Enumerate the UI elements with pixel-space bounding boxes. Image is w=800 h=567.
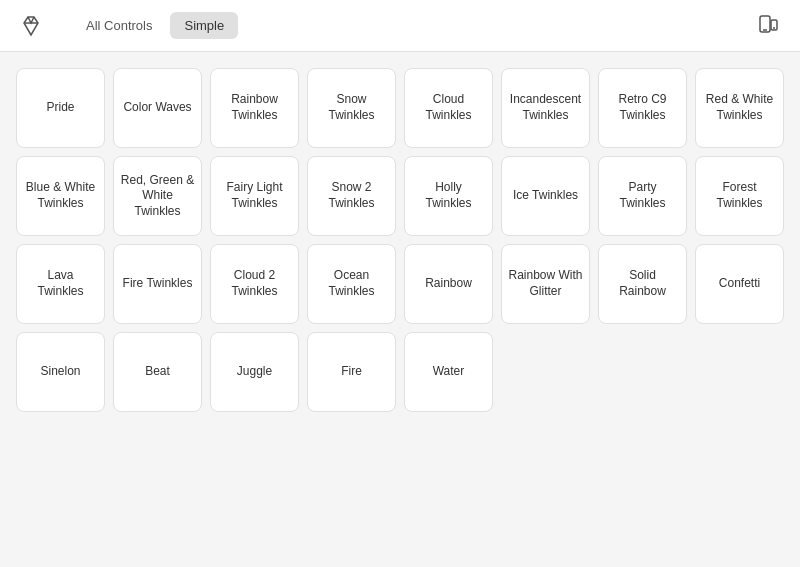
effect-item-0-5[interactable]: Incandescent Twinkles (501, 68, 590, 148)
effect-item-3-3[interactable]: Fire (307, 332, 396, 412)
nav-tab-0[interactable]: All Controls (72, 12, 166, 39)
effect-item-2-0[interactable]: Lava Twinkles (16, 244, 105, 324)
nav-tab-1[interactable]: Simple (170, 12, 238, 39)
effect-item-2-2[interactable]: Cloud 2 Twinkles (210, 244, 299, 324)
effect-item-3-4[interactable]: Water (404, 332, 493, 412)
effect-item-2-4[interactable]: Rainbow (404, 244, 493, 324)
effect-item-1-6[interactable]: Party Twinkles (598, 156, 687, 236)
effect-item-0-7[interactable]: Red & White Twinkles (695, 68, 784, 148)
effect-item-2-5[interactable]: Rainbow With Glitter (501, 244, 590, 324)
effect-item-0-2[interactable]: Rainbow Twinkles (210, 68, 299, 148)
effect-item-3-1[interactable]: Beat (113, 332, 202, 412)
effect-item-1-2[interactable]: Fairy Light Twinkles (210, 156, 299, 236)
header-right (752, 10, 784, 42)
app-logo (16, 11, 46, 41)
effect-item-0-0[interactable]: Pride (16, 68, 105, 148)
effect-item-3-0[interactable]: Sinelon (16, 332, 105, 412)
nav-tabs: All ControlsSimple (72, 12, 238, 39)
effect-item-1-1[interactable]: Red, Green & White Twinkles (113, 156, 202, 236)
effect-item-1-4[interactable]: Holly Twinkles (404, 156, 493, 236)
effect-item-2-1[interactable]: Fire Twinkles (113, 244, 202, 324)
effects-grid: PrideColor WavesRainbow TwinklesSnow Twi… (16, 68, 784, 412)
effect-item-1-5[interactable]: Ice Twinkles (501, 156, 590, 236)
effect-item-2-3[interactable]: Ocean Twinkles (307, 244, 396, 324)
effect-item-2-6[interactable]: Solid Rainbow (598, 244, 687, 324)
effect-item-1-0[interactable]: Blue & White Twinkles (16, 156, 105, 236)
main-content: PrideColor WavesRainbow TwinklesSnow Twi… (0, 52, 800, 567)
app-header: All ControlsSimple (0, 0, 800, 52)
effect-item-1-3[interactable]: Snow 2 Twinkles (307, 156, 396, 236)
effect-item-0-6[interactable]: Retro C9 Twinkles (598, 68, 687, 148)
device-icon[interactable] (752, 10, 784, 42)
effect-item-2-7[interactable]: Confetti (695, 244, 784, 324)
effect-item-0-3[interactable]: Snow Twinkles (307, 68, 396, 148)
effect-item-0-4[interactable]: Cloud Twinkles (404, 68, 493, 148)
effect-item-0-1[interactable]: Color Waves (113, 68, 202, 148)
effect-item-3-2[interactable]: Juggle (210, 332, 299, 412)
effect-item-1-7[interactable]: Forest Twinkles (695, 156, 784, 236)
